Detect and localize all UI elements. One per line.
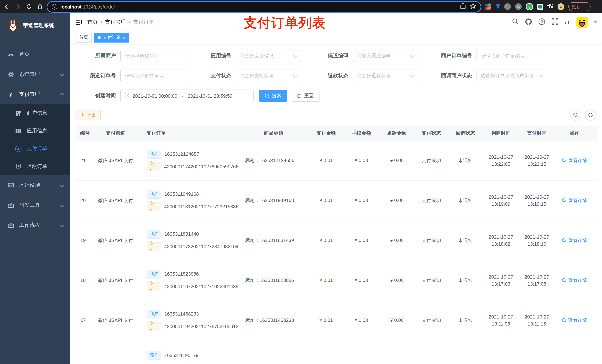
- date-end-value[interactable]: 2021-10-31 23:59:59: [188, 93, 232, 99]
- sidebar-item-merchant-info[interactable]: 商户信息: [0, 104, 70, 122]
- tags-bar: 首页 支付订单 ×: [70, 31, 602, 44]
- github-icon[interactable]: [525, 18, 532, 26]
- extension-kite-icon[interactable]: [496, 4, 500, 10]
- tag-close-icon[interactable]: ×: [123, 35, 125, 40]
- table-row: 19 微信 JSAPI 支付 商户1635311881440 支付4200001…: [75, 220, 598, 260]
- pay-tag: 支付: [147, 322, 161, 331]
- refresh-table-button[interactable]: [585, 110, 596, 121]
- select-arrow-icon: [538, 73, 542, 77]
- search-icon[interactable]: [512, 18, 518, 26]
- breadcrumb-pay[interactable]: 支付管理: [105, 19, 126, 26]
- merchant-tag: 商户: [147, 310, 161, 318]
- help-icon[interactable]: ?: [538, 18, 545, 26]
- table-row: 21 微信 JSAPI 支付 商户1635312124657 支付4200001…: [75, 141, 598, 180]
- chevron-down-icon: [60, 222, 64, 227]
- view-detail-link[interactable]: 查看详情: [562, 197, 587, 204]
- pay-status-select[interactable]: 请选择支付状态: [236, 70, 301, 82]
- merchant-order-no-input[interactable]: [481, 53, 541, 59]
- tag-pay-order[interactable]: 支付订单 ×: [94, 33, 129, 42]
- refund-status-select[interactable]: 请选择退款状态: [353, 70, 418, 82]
- pay-tag: 支付: [147, 202, 161, 211]
- filter-label-app: 应用编号: [199, 52, 236, 59]
- view-detail-link[interactable]: 查看详情: [562, 277, 587, 283]
- dashboard-icon: [7, 51, 14, 58]
- sidebar-item-system[interactable]: 系统管理: [0, 64, 70, 84]
- sidebar-item-devtools[interactable]: 研发工具: [0, 195, 70, 215]
- table-row: 17 微信 JSAPI 支付 商户1635311468233 支付4200001…: [75, 300, 598, 340]
- tag-active-dot: [98, 36, 101, 39]
- reload-icon[interactable]: [26, 4, 32, 10]
- create-time-range-picker[interactable]: 2021-10-01 00:00:00 - 2021-10-31 23:59:5…: [120, 90, 254, 102]
- table-header: 编号 支付渠道 支付订单 商品标题 支付金额 手续金额 退款金额 支付状态 回调…: [75, 126, 598, 141]
- clock-icon: [124, 93, 129, 99]
- pay-tag: 支付: [147, 242, 161, 251]
- tag-home[interactable]: 首页: [75, 33, 92, 42]
- svg-text:?: ?: [540, 20, 543, 23]
- address-bar[interactable]: i localhost:1024/pay/order: [47, 2, 481, 12]
- extension-y-icon[interactable]: y: [526, 3, 533, 10]
- date-start-value[interactable]: 2021-10-01 00:00:00: [133, 93, 177, 99]
- channel-code-select[interactable]: 请输入渠道编码: [353, 50, 418, 62]
- chevron-down-icon: [60, 202, 64, 207]
- search-button[interactable]: 搜索: [259, 90, 287, 102]
- filter-label-create-time: 创建时间: [75, 93, 120, 99]
- extension-badge-icon[interactable]: 10: [485, 3, 492, 10]
- sidebar-item-refund-order[interactable]: 退款订单: [0, 157, 70, 175]
- extensions-puzzle-icon[interactable]: [547, 3, 553, 10]
- channel-order-no-field[interactable]: [120, 70, 187, 82]
- merchant-tag: 商户: [147, 190, 161, 198]
- store-icon: [15, 110, 22, 116]
- pay-tag: 支付: [147, 162, 161, 171]
- sidebar-item-pay-order[interactable]: ¥ 支付订单: [0, 140, 70, 157]
- pay-tag: 支付: [147, 282, 161, 291]
- merchant-select[interactable]: [120, 50, 187, 62]
- extension-chat-icon[interactable]: [537, 4, 543, 10]
- filter-label-channel-order-no: 渠道订单号: [75, 73, 120, 79]
- site-info-icon[interactable]: i: [52, 4, 57, 10]
- monitor-icon: [7, 182, 14, 188]
- filter-label-merchant-order-no: 商户订单编号: [436, 52, 476, 59]
- collapse-menu-icon[interactable]: [75, 19, 82, 25]
- table-row: 18 微信 JSAPI 支付 商户1635311823086 支付4200001…: [75, 260, 598, 300]
- annotation-title: 支付订单列表: [244, 14, 326, 32]
- share-icon[interactable]: [460, 3, 466, 10]
- sidebar-item-infra[interactable]: 基础设施: [0, 175, 70, 195]
- merchant-input[interactable]: [124, 53, 183, 59]
- filter-label-merchant: 所属商户: [75, 52, 120, 59]
- sidebar-item-home[interactable]: 首页: [0, 44, 70, 64]
- browser-menu-icon[interactable]: ⋮: [583, 4, 587, 9]
- select-arrow-icon: [293, 73, 298, 77]
- fullscreen-icon[interactable]: [551, 18, 558, 26]
- table-row-partial: 商户1635311195179: [75, 340, 598, 363]
- logo-rabbit-image: [7, 19, 19, 32]
- font-size-icon[interactable]: TT: [564, 19, 570, 25]
- user-avatar[interactable]: [576, 17, 588, 28]
- app-select[interactable]: 请选择应用信息: [236, 50, 301, 62]
- home-icon[interactable]: [37, 4, 43, 10]
- update-button[interactable]: 更新⋮: [568, 2, 591, 11]
- sidebar-item-app-info[interactable]: 应用信息: [0, 122, 70, 140]
- back-icon[interactable]: [4, 4, 10, 10]
- breadcrumb-home[interactable]: 首页: [87, 19, 98, 26]
- sidebar-item-pay[interactable]: ¥ 支付管理: [0, 84, 70, 104]
- sidebar-item-workflow[interactable]: 工作流程: [0, 215, 70, 235]
- chevron-down-icon: [60, 71, 64, 76]
- view-detail-link[interactable]: 查看详情: [562, 317, 587, 323]
- merchant-tag: 商户: [147, 351, 161, 360]
- merchant-order-no-field[interactable]: [476, 50, 545, 62]
- view-detail-link[interactable]: 查看详情: [562, 237, 587, 244]
- view-detail-link[interactable]: 查看详情: [562, 157, 587, 164]
- extension-dot-icon[interactable]: [515, 3, 522, 10]
- show-search-toggle-button[interactable]: [570, 110, 581, 121]
- filter-label-pay-status: 支付状态: [199, 73, 236, 79]
- extension-cmd-icon[interactable]: ⌘: [504, 3, 511, 10]
- forward-icon[interactable]: [15, 4, 21, 10]
- notify-status-select[interactable]: 请选择订单回调商户状态: [476, 70, 545, 82]
- avatar-caret-icon[interactable]: [594, 21, 597, 23]
- top-navbar: 首页 / 支付管理 / 支付订单 支付订单列表 ? TT: [70, 13, 602, 31]
- reset-button[interactable]: 重置: [291, 90, 320, 102]
- bookmark-star-icon[interactable]: [470, 3, 476, 10]
- channel-order-no-input[interactable]: [124, 73, 183, 79]
- profile-avatar-icon[interactable]: [558, 3, 564, 10]
- export-button[interactable]: 导出: [75, 110, 101, 120]
